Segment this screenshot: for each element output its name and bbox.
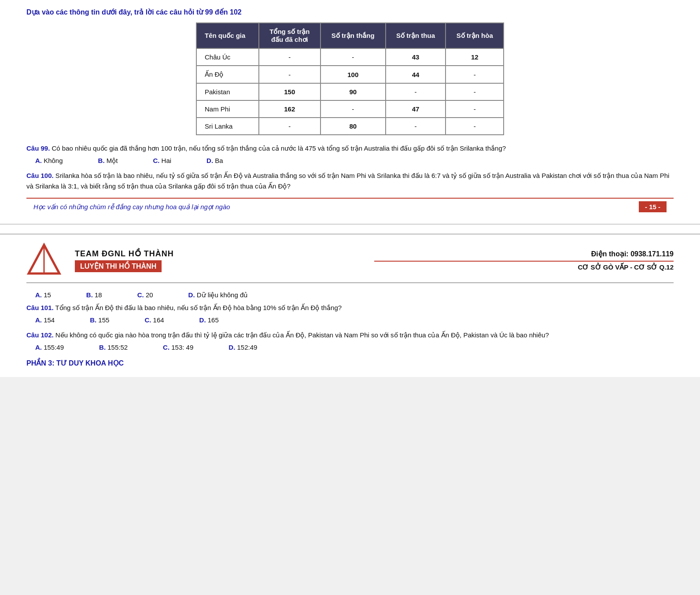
answer-option: D. Ba (206, 155, 223, 166)
cell-country: Pakistan (196, 83, 259, 100)
school-branches: CƠ SỞ GÒ VẤP - CƠ SỞ Q.12 (374, 261, 674, 271)
cell-value: 47 (386, 100, 446, 118)
answer-option: B. Một (98, 155, 118, 166)
section3-title: PHẦN 3: TƯ DUY KHOA HỌC (26, 359, 674, 367)
q100-text: Srilanka hòa số trận là bao nhiêu, nếu t… (26, 172, 669, 190)
cell-value: 162 (259, 100, 321, 118)
cell-value: 80 (321, 118, 386, 135)
cell-value: - (321, 100, 386, 118)
cell-value: 12 (446, 48, 504, 66)
answer-option: A. 155:49 (35, 342, 64, 353)
question-101: Câu 101. Tổng số trận Ấn Độ thi đấu là b… (26, 303, 674, 325)
school-sub-banner: LUYỆN THI HỒ THÀNH (75, 260, 162, 272)
cell-value: - (259, 48, 321, 66)
col-header-lose: Số trận thua (386, 23, 446, 48)
cell-value: - (446, 66, 504, 83)
answer-option: D. Dữ liệu không đủ (188, 291, 248, 299)
answer-option: C. 20 (137, 291, 153, 299)
page: Dựa vào các thông tin dưới đây, trả lời … (0, 0, 700, 377)
answer-option: C. 153: 49 (163, 342, 193, 353)
cell-value: - (386, 83, 446, 100)
q101-label: Câu 101. (26, 304, 54, 311)
cell-value: - (321, 48, 386, 66)
data-table: Tên quốc gia Tổng số trậnđấu đã chơi Số … (196, 22, 504, 135)
col-header-draw: Số trận hòa (446, 23, 504, 48)
school-logo (26, 243, 62, 278)
answer-option: D. 152:49 (228, 342, 257, 353)
cell-country: Nam Phi (196, 100, 259, 118)
top-section: Dựa vào các thông tin dưới đây, trả lời … (0, 0, 700, 225)
q102-answers: A. 155:49B. 155:52C. 153: 49D. 152:49 (35, 342, 674, 353)
col-header-total: Tổng số trậnđấu đã chơi (259, 23, 321, 48)
cell-value: - (446, 118, 504, 135)
answer-option: B. 155:52 (99, 342, 128, 353)
question-100: Câu 100. Srilanka hòa số trận là bao nhi… (26, 170, 674, 192)
table-row: Pakistan15090-- (196, 83, 504, 100)
table-row: Sri Lanka-80-- (196, 118, 504, 135)
cell-country: Châu Úc (196, 48, 259, 66)
bottom-section: TEAM ĐGNL HỒ THÀNH LUYỆN THI HỒ THÀNH Đi… (0, 233, 700, 377)
cell-value: 44 (386, 66, 446, 83)
question-102: Câu 102. Nếu không có quốc gia nào hòa t… (26, 330, 674, 353)
q102-label: Câu 102. (26, 331, 54, 339)
q99-answers: A. KhôngB. MộtC. HaiD. Ba (35, 155, 674, 166)
school-info: TEAM ĐGNL HỒ THÀNH LUYỆN THI HỒ THÀNH (75, 249, 374, 272)
q101-answers: A. 154B. 155C. 164D. 165 (35, 315, 674, 325)
q99-text: Có bao nhiêu quốc gia đã thắng hơn 100 t… (50, 144, 506, 152)
q102-text: Nếu không có quốc gia nào hòa trong trận… (54, 331, 549, 339)
school-contact: Điện thoại: 0938.171.119 CƠ SỞ GÒ VẤP - … (374, 250, 674, 271)
school-team-name: TEAM ĐGNL HỒ THÀNH (75, 249, 374, 259)
footer-italic: Học vấn có những chùm rễ đắng cay nhưng … (33, 203, 230, 211)
answer-option: B. 18 (86, 291, 102, 299)
cell-country: Sri Lanka (196, 118, 259, 135)
table-row: Châu Úc--4312 (196, 48, 504, 66)
q100-label: Câu 100. (26, 172, 54, 179)
answer-option: C. Hai (153, 155, 171, 166)
cell-value: 100 (321, 66, 386, 83)
table-row: Ấn Độ-10044- (196, 66, 504, 83)
cell-value: 150 (259, 83, 321, 100)
answer-option: B. 155 (90, 315, 109, 325)
school-phone: Điện thoại: 0938.171.119 (374, 250, 674, 258)
col-header-country: Tên quốc gia (196, 23, 259, 48)
cell-value: 90 (321, 83, 386, 100)
footer-banner: Học vấn có những chùm rễ đắng cay nhưng … (26, 198, 674, 215)
table-row: Nam Phi162-47- (196, 100, 504, 118)
cell-value: - (259, 118, 321, 135)
answer-option: A. Không (35, 155, 63, 166)
intro-line: Dựa vào các thông tin dưới đây, trả lời … (26, 8, 674, 16)
cell-value: - (446, 100, 504, 118)
cell-value: 43 (386, 48, 446, 66)
question-99: Câu 99. Có bao nhiêu quốc gia đã thắng h… (26, 143, 674, 166)
cell-value: - (259, 66, 321, 83)
cell-value: - (446, 83, 504, 100)
answer-option: A. 15 (35, 291, 51, 299)
q101-text: Tổng số trận Ấn Độ thi đấu là bao nhiêu,… (54, 304, 342, 311)
col-header-win: Số trận thắng (321, 23, 386, 48)
footer-page-number: - 15 - (639, 201, 667, 212)
cell-country: Ấn Độ (196, 66, 259, 83)
answer-option: D. 165 (199, 315, 219, 325)
q100-answers-bottom: A. 15B. 18C. 20D. Dữ liệu không đủ (35, 291, 674, 299)
school-header: TEAM ĐGNL HỒ THÀNH LUYỆN THI HỒ THÀNH Đi… (26, 243, 674, 283)
q99-label: Câu 99. (26, 144, 50, 152)
answer-option: C. 164 (144, 315, 164, 325)
answer-option: A. 154 (35, 315, 55, 325)
cell-value: - (386, 118, 446, 135)
